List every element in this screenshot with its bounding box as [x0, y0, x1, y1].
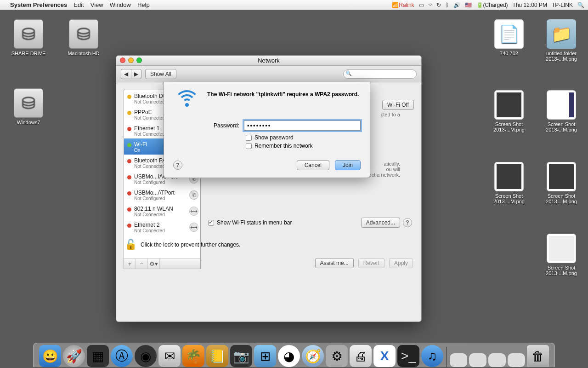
- show-wifi-status-checkbox[interactable]: [208, 220, 214, 226]
- remember-network-checkbox[interactable]: [246, 143, 252, 149]
- wifi-password-sheet: The Wi-Fi network "tplinkwifi" requires …: [164, 82, 370, 178]
- flag-icon[interactable]: 🇺🇸: [465, 2, 472, 8]
- dock-itunes[interactable]: ♫: [421, 345, 443, 367]
- titlebar[interactable]: Network: [116, 56, 421, 66]
- dock-bootcamp[interactable]: ⊞: [254, 345, 276, 367]
- show-wifi-status-label: Show Wi-Fi status in menu bar: [217, 219, 292, 226]
- screenshot-3[interactable]: Screen Shot 2013-...M.png: [486, 162, 532, 204]
- dock-contacts[interactable]: 📒: [206, 345, 228, 367]
- join-button[interactable]: Join: [335, 160, 361, 170]
- folder-untitled[interactable]: 📁untitled folder 2013-...M.png: [538, 19, 584, 62]
- password-label: Password:: [207, 122, 239, 129]
- lock-icon[interactable]: 🔓: [124, 239, 137, 251]
- remember-network-label: Remember this network: [254, 143, 313, 149]
- bluetooth-icon[interactable]: ᛒ: [446, 2, 449, 8]
- minimize-button[interactable]: [128, 58, 134, 63]
- drive-share[interactable]: ⛁SHARE DRIVE: [6, 19, 51, 56]
- file-740702[interactable]: 📄740 702: [486, 19, 532, 56]
- drive-macintosh-hd[interactable]: ⛁Macintosh HD: [61, 19, 107, 56]
- dock-safari[interactable]: 🧭: [302, 345, 324, 367]
- back-button[interactable]: ◀: [121, 69, 131, 79]
- drive-windows7[interactable]: ⛁Windows7: [6, 88, 51, 125]
- ralink-status-icon[interactable]: 📶 Ralink: [392, 2, 414, 8]
- dock: 😀 🚀 ▦ Ⓐ ◉ ✉ 🌴 📒 📷 ⊞ ◕ 🧭 ⚙ 🖨 X >_ ♫ 🗑: [33, 343, 555, 367]
- dock-trash[interactable]: 🗑: [527, 345, 549, 367]
- close-button[interactable]: [120, 58, 125, 63]
- user-menu[interactable]: TP-LINK: [552, 2, 573, 8]
- dock-appstore[interactable]: Ⓐ: [111, 345, 133, 367]
- toolbar: ◀ ▶ Show All: [116, 66, 421, 82]
- dock-photobooth[interactable]: 📷: [230, 345, 252, 367]
- menu-edit[interactable]: Edit: [74, 1, 84, 8]
- dock-mission-control[interactable]: ▦: [87, 345, 109, 367]
- dock-preview[interactable]: 🖨: [350, 345, 372, 367]
- service-ethernet-2[interactable]: Ethernet 2Not Connected⟷: [124, 219, 200, 235]
- revert-button: Revert: [358, 258, 384, 268]
- screenshot-4[interactable]: Screen Shot 2013-...M.png: [538, 162, 584, 204]
- dock-minimized-2[interactable]: [469, 353, 486, 367]
- battery-icon[interactable]: 🔋 (Charged): [476, 2, 508, 8]
- clock[interactable]: Thu 12:00 PM: [513, 2, 547, 8]
- app-menu[interactable]: System Preferences: [10, 1, 67, 8]
- dock-chrome[interactable]: ◕: [278, 345, 300, 367]
- menu-window[interactable]: Window: [110, 1, 131, 8]
- show-password-label: Show password: [254, 134, 294, 141]
- ethernet-icon: ⟷: [189, 223, 198, 232]
- wifi-icon-large: [173, 90, 201, 112]
- dock-system-preferences[interactable]: ⚙: [326, 345, 348, 367]
- sheet-help-button[interactable]: ?: [173, 161, 182, 170]
- password-input[interactable]: [244, 121, 361, 131]
- advanced-button[interactable]: Advanced...: [361, 218, 400, 228]
- dock-minimized-4[interactable]: [508, 353, 525, 367]
- dock-terminal[interactable]: >_: [397, 345, 419, 367]
- dock-xcode[interactable]: X: [373, 345, 396, 367]
- lock-text: Click the lock to prevent further change…: [141, 242, 240, 248]
- show-all-button[interactable]: Show All: [145, 69, 176, 79]
- service-80211n[interactable]: 802.11 n WLANNot Connected⟷: [124, 203, 200, 219]
- status-fragment: cted to a: [381, 112, 400, 117]
- screenshot-1[interactable]: Screen Shot 2013-...M.png: [486, 90, 532, 132]
- menu-help[interactable]: Help: [137, 1, 150, 8]
- show-password-checkbox[interactable]: [246, 135, 252, 141]
- remove-service-button[interactable]: −: [136, 259, 148, 269]
- forward-button[interactable]: ▶: [131, 69, 141, 79]
- assist-me-button[interactable]: Assist me...: [315, 258, 354, 268]
- dock-finder[interactable]: 😀: [39, 345, 61, 367]
- dock-minimized-3[interactable]: [488, 353, 506, 367]
- dock-minimized-1[interactable]: [450, 353, 467, 367]
- dock-iphoto[interactable]: 🌴: [182, 345, 204, 367]
- sheet-message: The Wi-Fi network "tplinkwifi" requires …: [207, 90, 361, 112]
- menubar: System Preferences Edit View Window Help…: [0, 0, 588, 10]
- add-service-button[interactable]: +: [124, 259, 136, 269]
- service-usb-at[interactable]: USBMo...ATPortNot Configured✆: [124, 187, 200, 203]
- volume-icon[interactable]: 🔊: [453, 2, 460, 8]
- help-button[interactable]: ?: [403, 218, 412, 227]
- cancel-button[interactable]: Cancel: [297, 160, 329, 170]
- dock-mail[interactable]: ✉: [158, 345, 181, 367]
- window-title: Network: [258, 57, 280, 64]
- display-icon[interactable]: ▭: [419, 2, 424, 8]
- timemachine-icon[interactable]: ↻: [436, 2, 441, 8]
- zoom-button[interactable]: [136, 58, 142, 63]
- spotlight-icon[interactable]: 🔍: [577, 2, 584, 8]
- service-actions-button[interactable]: ⚙▾: [148, 259, 160, 269]
- wifi-icon[interactable]: ⌔: [429, 2, 432, 8]
- apply-button: Apply: [389, 258, 413, 268]
- screenshot-2[interactable]: Screen Shot 2013-...M.png: [538, 90, 584, 132]
- screenshot-5[interactable]: Screen Shot 2013-...M.png: [538, 234, 584, 276]
- dock-separator: [446, 347, 447, 367]
- search-field[interactable]: [343, 69, 417, 79]
- dock-dashboard[interactable]: ◉: [135, 345, 157, 367]
- dock-launchpad[interactable]: 🚀: [63, 345, 85, 367]
- phone-icon: ✆: [189, 190, 198, 200]
- turn-wifi-off-button[interactable]: Wi-Fi Off: [382, 100, 414, 110]
- menu-view[interactable]: View: [90, 1, 103, 8]
- ethernet-icon: ⟷: [189, 207, 198, 216]
